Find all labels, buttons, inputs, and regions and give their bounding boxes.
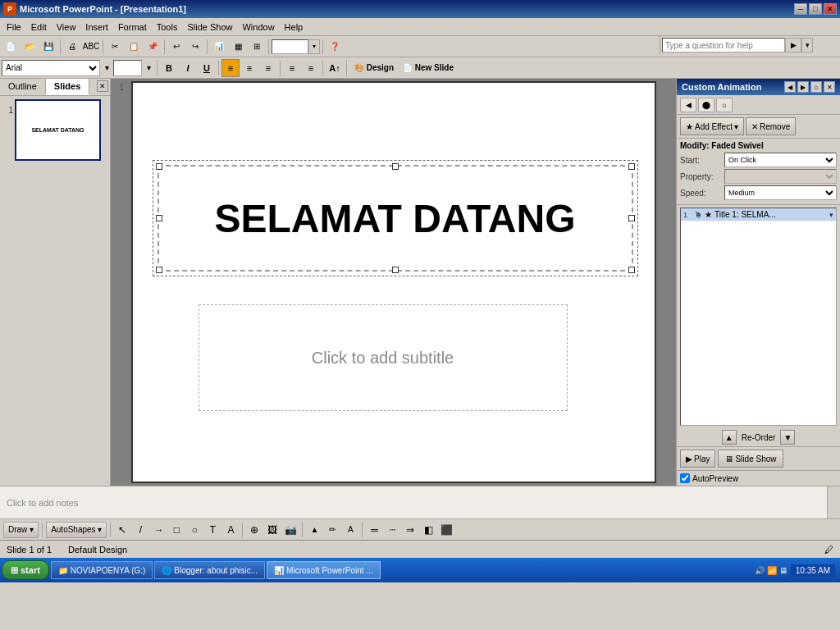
slideshow-button[interactable]: 🖥 Slide Show: [718, 450, 783, 468]
dash-style-button[interactable]: ┄: [384, 522, 400, 538]
font-select[interactable]: Arial: [2, 60, 100, 76]
size-dropdown-button[interactable]: ▾: [143, 59, 154, 77]
maximize-button[interactable]: □: [809, 3, 822, 15]
italic-button[interactable]: I: [179, 59, 197, 77]
bullets-button[interactable]: ≡: [283, 59, 301, 77]
panel-back-button[interactable]: ◀: [784, 81, 796, 93]
tab-slides[interactable]: Slides: [46, 79, 89, 95]
line-style-button[interactable]: ═: [366, 522, 382, 538]
subtitle-textbox[interactable]: Click to add subtitle: [199, 304, 568, 411]
handle-r[interactable]: [628, 215, 635, 221]
align-right-button[interactable]: ≡: [259, 59, 277, 77]
reorder-down-button[interactable]: ▼: [780, 430, 795, 445]
slide-thumbnail-1[interactable]: SELAMAT DATANG: [15, 99, 101, 161]
spell-button[interactable]: ABC: [82, 38, 100, 56]
insert-gridlines-button[interactable]: ⊞: [248, 38, 266, 56]
add-effect-button[interactable]: ★ Add Effect ▾: [680, 117, 744, 135]
remove-button[interactable]: ✕ Remove: [746, 117, 796, 135]
save-button[interactable]: 💾: [39, 38, 57, 56]
zoom-input[interactable]: 68%: [272, 39, 308, 54]
taskbar-item-2[interactable]: 📊 Microsoft PowerPoint ...: [267, 561, 381, 579]
handle-l[interactable]: [156, 215, 162, 221]
rect-button[interactable]: □: [168, 522, 185, 538]
numbering-button[interactable]: ≡: [302, 59, 320, 77]
panel-close-button[interactable]: ✕: [824, 81, 835, 93]
property-select[interactable]: [724, 169, 837, 184]
panel-tb-btn-1[interactable]: ◀: [680, 98, 696, 112]
line-button[interactable]: /: [132, 522, 148, 538]
menu-help[interactable]: Help: [280, 21, 308, 34]
tab-outline[interactable]: Outline: [0, 79, 46, 95]
insert-table-button[interactable]: ▦: [229, 38, 247, 56]
align-center-button[interactable]: ≡: [240, 59, 258, 77]
search-input[interactable]: [662, 38, 785, 52]
line-color-button[interactable]: ✏: [324, 522, 340, 538]
open-button[interactable]: 📂: [21, 38, 39, 56]
new-button[interactable]: 📄: [2, 38, 20, 56]
handle-bl[interactable]: [156, 267, 162, 273]
underline-button[interactable]: U: [198, 59, 216, 77]
panel-tb-btn-2[interactable]: ⬤: [698, 98, 714, 112]
notes-placeholder[interactable]: Click to add notes: [7, 498, 78, 508]
diagram-button[interactable]: ⊕: [246, 522, 262, 538]
font-size-input[interactable]: 54: [113, 60, 142, 76]
speed-select[interactable]: Medium: [724, 185, 837, 200]
cut-button[interactable]: ✂: [106, 38, 124, 56]
close-button[interactable]: ✕: [824, 3, 837, 15]
panel-tb-btn-3[interactable]: ⌂: [716, 98, 733, 112]
help-button[interactable]: ❓: [326, 38, 344, 56]
handle-b[interactable]: [392, 267, 399, 273]
font-dropdown-button[interactable]: ▾: [101, 59, 112, 77]
tabs-close-button[interactable]: ✕: [97, 80, 108, 92]
panel-forward-button[interactable]: ▶: [797, 81, 809, 93]
start-select[interactable]: On Click: [724, 153, 837, 167]
play-button[interactable]: ▶ Play: [680, 450, 715, 468]
animation-item-1[interactable]: 1 🖱 ★ Title 1: SELMA... ▾: [681, 208, 836, 221]
reorder-up-button[interactable]: ▲: [722, 430, 737, 445]
align-left-button[interactable]: ≡: [221, 59, 240, 77]
arrow-button[interactable]: →: [150, 522, 167, 538]
taskbar-item-0[interactable]: 📁 NOVIAPOENYA (G:): [51, 561, 153, 579]
menu-insert[interactable]: Insert: [80, 21, 113, 34]
menu-view[interactable]: View: [52, 21, 81, 34]
menu-file[interactable]: File: [2, 21, 26, 34]
3d-button[interactable]: ⬛: [438, 522, 454, 538]
paste-button[interactable]: 📌: [144, 38, 162, 56]
redo-button[interactable]: ↪: [186, 38, 204, 56]
new-slide-button[interactable]: 📄 New Slide: [399, 59, 457, 77]
oval-button[interactable]: ○: [186, 522, 203, 538]
title-textbox[interactable]: SELAMAT DATANG: [158, 165, 633, 272]
font-color-button[interactable]: A: [342, 522, 358, 538]
menu-slideshow[interactable]: Slide Show: [182, 21, 237, 34]
taskbar-item-1[interactable]: 🌐 Blogger: about phisic...: [154, 561, 265, 579]
zoom-dropdown[interactable]: ▾: [308, 39, 320, 54]
menu-window[interactable]: Window: [237, 21, 279, 34]
anim-dropdown-1[interactable]: ▾: [829, 211, 833, 219]
menu-edit[interactable]: Edit: [26, 21, 52, 34]
copy-button[interactable]: 📋: [125, 38, 143, 56]
notes-scrollbar[interactable]: [827, 486, 840, 518]
menu-format[interactable]: Format: [113, 21, 152, 34]
autoshapes-button[interactable]: AutoShapes ▾: [46, 522, 107, 538]
cursor-button[interactable]: ↖: [114, 522, 130, 538]
undo-button[interactable]: ↩: [167, 38, 185, 56]
insert-chart-button[interactable]: 📊: [210, 38, 228, 56]
arrow-style-button[interactable]: ⇒: [402, 522, 418, 538]
handle-tl[interactable]: [156, 163, 162, 170]
fill-color-button[interactable]: ▲: [306, 522, 322, 538]
clipart-button[interactable]: 🖼: [264, 522, 281, 538]
textbox-button[interactable]: T: [204, 522, 221, 538]
print-button[interactable]: 🖨: [63, 38, 81, 56]
font-size-increase[interactable]: A↑: [326, 59, 344, 77]
draw-button[interactable]: Draw ▾: [3, 522, 39, 538]
start-button[interactable]: ⊞ start: [2, 560, 49, 580]
design-button[interactable]: 🎨 Design: [349, 59, 399, 77]
shadow-button[interactable]: ◧: [420, 522, 436, 538]
search-button[interactable]: ▶: [785, 38, 801, 52]
handle-br[interactable]: [628, 267, 635, 273]
autopreview-checkbox[interactable]: [680, 473, 690, 483]
minimize-button[interactable]: ─: [794, 3, 807, 15]
panel-home-button[interactable]: ⌂: [810, 81, 822, 93]
handle-t[interactable]: [392, 163, 399, 170]
handle-tr[interactable]: [628, 163, 635, 170]
